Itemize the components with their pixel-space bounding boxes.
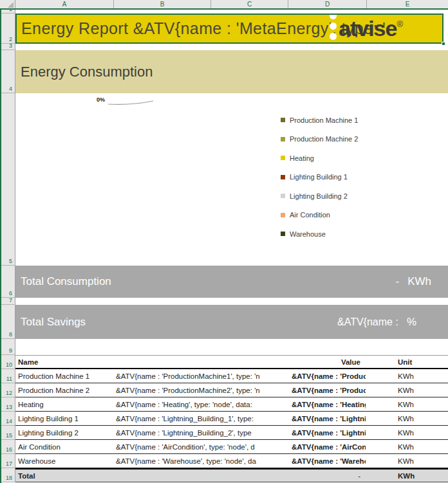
- row-header-18[interactable]: 18: [1, 468, 15, 482]
- column-header-e[interactable]: E: [367, 0, 448, 8]
- legend-item: Warehouse: [281, 230, 358, 237]
- row-header-15[interactable]: 15: [1, 426, 15, 440]
- row-header-5[interactable]: 5: [1, 93, 15, 266]
- row-unit: KWh: [398, 397, 414, 411]
- row-template: &ATV{name : 'Heating', type: 'node', dat…: [116, 397, 288, 411]
- total-value: -: [358, 469, 360, 482]
- total-savings-unit: %: [407, 316, 416, 329]
- total-consumption-label: Total Consumption: [15, 275, 111, 288]
- logo-dot-icon: [330, 23, 337, 30]
- column-header-b[interactable]: B: [114, 0, 211, 8]
- row-header-4[interactable]: 4: [1, 50, 15, 93]
- table-row[interactable]: Lighting Building 2 &ATV{name : 'Lightni…: [15, 426, 448, 440]
- pie-leader-line: [15, 93, 170, 113]
- header-selection-underline: [0, 8, 448, 10]
- row-name: Lighting Building 2: [18, 426, 79, 439]
- report-title-cell[interactable]: Energy Report &ATV{name : 'MetaEnergy', …: [15, 14, 443, 44]
- row-header-14[interactable]: 14: [1, 412, 15, 426]
- row-header-16[interactable]: 16: [1, 440, 15, 454]
- row-header-12[interactable]: 12: [1, 383, 15, 397]
- table-row[interactable]: Warehouse &ATV{name : 'Warehouse', type:…: [15, 454, 448, 468]
- legend-item: Production Machine 2: [281, 136, 358, 143]
- selection-fill-handle[interactable]: [442, 42, 445, 46]
- row-name: Production Machine 2: [18, 383, 89, 397]
- row-header-7[interactable]: 7: [1, 298, 15, 305]
- pie-chart[interactable]: 0% Production Machine 1 Production Machi…: [15, 93, 448, 266]
- table-row[interactable]: Heating &ATV{name : 'Heating', type: 'no…: [15, 397, 448, 412]
- total-consumption-value: -: [396, 276, 399, 287]
- row-unit: KWh: [398, 440, 414, 453]
- legend-label: Production Machine 1: [290, 116, 358, 124]
- legend-item: Air Condition: [281, 212, 358, 219]
- logo-wordmark: atvise®: [339, 16, 402, 41]
- row-header-10[interactable]: 10: [1, 355, 15, 369]
- total-consumption-unit: KWh: [407, 275, 431, 288]
- legend-item: Heating: [281, 154, 358, 161]
- row-name: Production Machine 1: [18, 369, 89, 383]
- chart-legend: Production Machine 1 Production Machine …: [281, 116, 358, 237]
- legend-label: Warehouse: [290, 230, 326, 238]
- legend-swatch-icon: [281, 137, 285, 141]
- legend-label: Air Condition: [290, 211, 330, 219]
- legend-swatch-icon: [281, 175, 285, 179]
- table-header-row[interactable]: Name Value Unit: [15, 355, 448, 369]
- legend-swatch-icon: [281, 213, 285, 217]
- row-unit: KWh: [398, 454, 414, 468]
- legend-item: Lighting Building 2: [281, 192, 358, 199]
- row-value: &ATV{name : 'Lightnin: [292, 426, 366, 439]
- row-header-11[interactable]: 11: [1, 369, 15, 383]
- legend-label: Lighting Building 2: [290, 192, 348, 200]
- row-header-8[interactable]: 8: [1, 305, 15, 339]
- row-header-selection-strip: [0, 8, 1, 483]
- total-savings-bar[interactable]: Total Savings &ATV{name : %: [15, 305, 448, 339]
- legend-label: Lighting Building 1: [290, 173, 348, 181]
- row-value: &ATV{name : 'Heating: [292, 397, 366, 411]
- section-band[interactable]: Energy Consumption: [15, 50, 448, 93]
- row-template: &ATV{name : 'ProductionMachine2', type: …: [116, 383, 288, 397]
- total-savings-value: &ATV{name :: [337, 316, 398, 328]
- legend-swatch-icon: [281, 156, 285, 160]
- total-label: Total: [18, 469, 35, 482]
- legend-label: Heating: [290, 154, 314, 162]
- row-header-2[interactable]: 2: [1, 14, 15, 44]
- row-header-9[interactable]: 9: [1, 339, 15, 355]
- legend-label: Production Machine 2: [290, 135, 358, 143]
- row-unit: KWh: [398, 426, 414, 439]
- row-name: Lighting Building 1: [18, 412, 79, 425]
- legend-item: Lighting Building 1: [281, 174, 358, 181]
- legend-swatch-icon: [281, 118, 285, 122]
- row-value: &ATV{name : 'Product: [292, 369, 366, 383]
- row-value: &ATV{name : 'Product: [292, 383, 366, 397]
- table-row[interactable]: Air Condition &ATV{name : 'AirCondition'…: [15, 440, 448, 454]
- column-header-d[interactable]: D: [288, 0, 367, 8]
- table-row[interactable]: Production Machine 1 &ATV{name : 'Produc…: [15, 369, 448, 383]
- row-unit: KWh: [398, 383, 414, 397]
- row-name: Heating: [18, 397, 44, 411]
- total-savings-label: Total Savings: [15, 316, 86, 329]
- table-total-row[interactable]: Total - KWh: [15, 468, 448, 482]
- row-template: &ATV{name : 'Lightning_Building_1', type…: [116, 412, 288, 425]
- row-unit: KWh: [398, 412, 414, 425]
- row-name: Warehouse: [18, 454, 55, 468]
- table-row[interactable]: Production Machine 2 &ATV{name : 'Produc…: [15, 383, 448, 397]
- table-header-value: Value: [341, 356, 360, 368]
- row-value: &ATV{name : 'Lightnin: [292, 412, 366, 425]
- column-header-a[interactable]: A: [15, 0, 114, 8]
- row-header-17[interactable]: 17: [1, 454, 15, 468]
- select-all-corner[interactable]: [0, 0, 15, 8]
- row-header-3[interactable]: 3: [1, 44, 15, 50]
- legend-item: Production Machine 1: [281, 116, 358, 123]
- select-all-triangle-icon: [8, 2, 14, 8]
- total-consumption-bar[interactable]: Total Consumption - KWh: [15, 266, 448, 298]
- table-header-unit: Unit: [398, 356, 412, 368]
- column-header-c[interactable]: C: [211, 0, 288, 8]
- row-header-6[interactable]: 6: [1, 266, 15, 298]
- row-header-13[interactable]: 13: [1, 397, 15, 412]
- row-template: &ATV{name : 'Warehouse', type: 'node', d…: [116, 454, 288, 468]
- row-unit: KWh: [398, 369, 414, 383]
- logo-dot-icon: [330, 33, 337, 40]
- legend-swatch-icon: [281, 194, 285, 198]
- table-row[interactable]: Lighting Building 1 &ATV{name : 'Lightni…: [15, 412, 448, 426]
- legend-swatch-icon: [281, 232, 285, 236]
- row-template: &ATV{name : 'ProductionMachine1', type: …: [116, 369, 288, 383]
